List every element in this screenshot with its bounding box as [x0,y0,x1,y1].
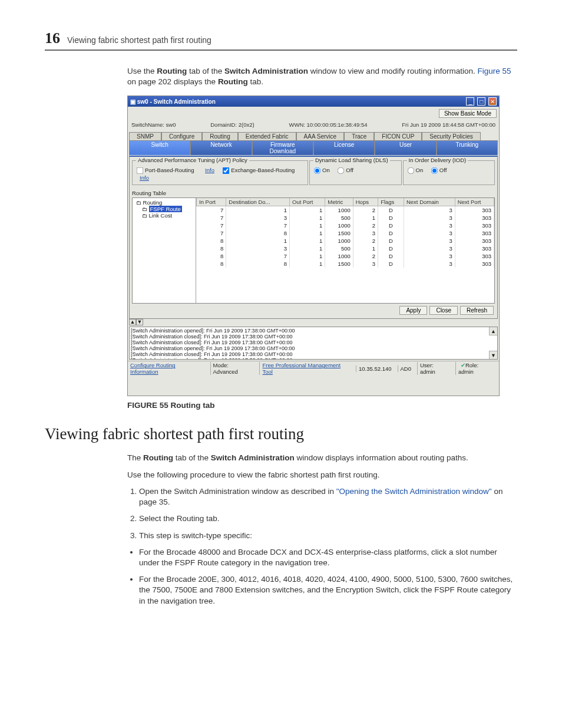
show-basic-mode-button[interactable]: Show Basic Mode [439,109,497,118]
routing-table-label: Routing Table [132,190,495,196]
col-destination-domain[interactable]: Destination Do... [226,198,290,206]
section-heading: Viewing fabric shortest path first routi… [45,425,517,443]
log-area[interactable]: [Switch Administration opened]: Fri Jun … [129,327,498,360]
tab-snmp[interactable]: SNMP [129,132,161,140]
routing-tree[interactable]: Routing FSPF Route Link Cost [133,198,196,303]
table-header-row: In Port Destination Do... Out Port Metri… [197,198,494,206]
tab-aaa-service[interactable]: AAA Service [296,132,345,140]
wwn: WWN: 10:00:00:05:1e:38:49:54 [289,121,367,128]
refresh-button[interactable]: Refresh [460,306,494,315]
apt-legend: Advanced Performance Tuning (APT) Policy [136,157,249,163]
tab-network[interactable]: Network [190,140,252,155]
table-row[interactable]: 7315001D3303 [197,214,494,222]
scroll-down-icon[interactable]: ▼ [489,351,497,359]
routing-table-area: Routing FSPF Route Link Cost In Port Des… [132,197,495,304]
tab-switch[interactable]: Switch [129,140,190,155]
tab-trace[interactable]: Trace [344,132,374,140]
bullet-1: For the Brocade 48000 and Brocade DCX an… [139,547,517,568]
maximize-icon[interactable]: □ [477,97,485,106]
table-row[interactable]: 88115003D3303 [197,260,494,268]
table-row[interactable]: 8315001D3303 [197,245,494,252]
routing-table: In Port Destination Do... Out Port Metri… [196,198,494,303]
status-user: User: admin [417,362,452,375]
status-ip: 10.35.52.140 [356,365,394,372]
status-tool-link[interactable]: Free Professional Management Tool [259,362,352,375]
col-next-port[interactable]: Next Port [455,198,494,206]
tab-security-policies[interactable]: Security Policies [422,132,480,140]
port-based-routing-checkbox[interactable]: Port-Based-Routing [136,167,194,173]
step-2: Select the Routing tab. [139,513,517,524]
intro-paragraph: Use the Routing tab of the Switch Admini… [127,66,517,87]
tab-ficon-cup[interactable]: FICON CUP [374,132,422,140]
tree-link-cost: Link Cost [134,212,194,219]
table-row[interactable]: 81110002D3303 [197,237,494,245]
figure-55: ▣ sw0 - Switch Administration _ □ ✕ Show… [127,95,517,396]
log-line: [Switch Administration opened]: Fri Jun … [131,328,496,334]
chapter-title: Viewing fabric shortest path first routi… [67,35,211,45]
chapter-header: 16 Viewing fabric shortest path first ro… [45,29,517,51]
scroll-up-icon[interactable]: ▲ [489,327,497,335]
tab-configure[interactable]: Configure [161,132,202,140]
domain-id: DomainID: 2(0x2) [210,121,254,128]
step-1: Open the Switch Administration window as… [139,486,517,508]
status-bar: Configure Routing Information Mode: Adva… [128,361,499,375]
tree-fspf-route: FSPF Route [134,206,194,212]
tab-row-2: Switch Network Firmware Download License… [128,140,499,154]
status-mode: Mode: Advanced [210,362,256,375]
tab-row-1: SNMP Configure Routing Extended Fabric A… [128,131,499,140]
window-title: ▣ sw0 - Switch Administration [130,98,216,105]
window-titlebar: ▣ sw0 - Switch Administration _ □ ✕ [128,96,499,107]
apt-group: Advanced Performance Tuning (APT) Policy… [132,160,308,185]
routing-panel: Advanced Performance Tuning (APT) Policy… [129,156,498,319]
iod-on-radio[interactable]: On [407,167,424,173]
tab-routing[interactable]: Routing [202,132,237,140]
log-line: [Switch Administration closed]: Fri Jun … [131,334,496,340]
table-row[interactable]: 71110002D3303 [197,206,494,215]
col-next-domain[interactable]: Next Domain [404,198,455,206]
ordered-steps: Open the Switch Administration window as… [127,486,517,607]
log-toggle[interactable]: ▲▼ [129,319,499,325]
close-button[interactable]: Close [429,306,458,315]
log-line: [Switch Administration closed]: Fri Jun … [131,357,496,360]
log-line: [Switch Administration closed]: Fri Jun … [131,351,496,357]
iod-off-radio[interactable]: Off [431,167,447,173]
dls-off-radio[interactable]: Off [337,167,353,173]
status-left[interactable]: Configure Routing Information [130,362,203,375]
chapter-number: 16 [45,29,60,47]
table-row[interactable]: 87110002D3303 [197,252,494,260]
tab-user[interactable]: User [375,140,436,155]
apt-info-link-2[interactable]: Info [140,174,149,181]
dls-on-radio[interactable]: On [313,167,330,173]
tree-root: Routing [134,199,194,206]
minimize-icon[interactable]: _ [466,97,474,106]
tab-license[interactable]: License [313,140,375,155]
tab-firmware-download[interactable]: Firmware Download [252,140,313,155]
table-row[interactable]: 77110002D3303 [197,222,494,229]
open-switch-admin-link[interactable]: "Opening the Switch Administration windo… [336,487,492,496]
apt-info-link[interactable]: Info [205,167,214,173]
col-in-port[interactable]: In Port [197,198,226,206]
log-line: [Switch Administration opened]: Fri Jun … [131,345,496,351]
table-row[interactable]: 78115003D3303 [197,229,494,237]
tab-trunking[interactable]: Trunking [437,140,498,155]
apply-button[interactable]: Apply [399,306,427,315]
iod-group: In Order Delivery (IOD) On Off [403,160,495,185]
switch-name: SwitchName: sw0 [131,121,176,128]
col-flags[interactable]: Flags [378,198,404,206]
section-p1: The Routing tab of the Switch Administra… [127,453,517,463]
col-out-port[interactable]: Out Port [290,198,325,206]
col-metric[interactable]: Metric [325,198,353,206]
tab-extended-fabric[interactable]: Extended Fabric [238,132,296,140]
status-role: Role: admin [455,362,497,375]
figure-ref-link[interactable]: Figure 55 [477,67,511,75]
step-3: This step is switch-type specific: [139,531,517,541]
col-hops[interactable]: Hops [353,198,378,206]
status-ad: AD0 [398,365,414,372]
action-bar: Apply Close Refresh [132,304,495,316]
datetime: Fri Jun 19 2009 18:44:58 GMT+00:00 [402,121,495,128]
log-line: [Switch Administration closed]: Fri Jun … [131,340,496,345]
exchange-based-routing-checkbox[interactable]: Exchange-Based-Routing [222,167,295,173]
switch-admin-window: ▣ sw0 - Switch Administration _ □ ✕ Show… [127,95,500,396]
dls-group: Dynamic Load Sharing (DLS) On Off [309,160,402,185]
close-icon[interactable]: ✕ [488,97,497,106]
